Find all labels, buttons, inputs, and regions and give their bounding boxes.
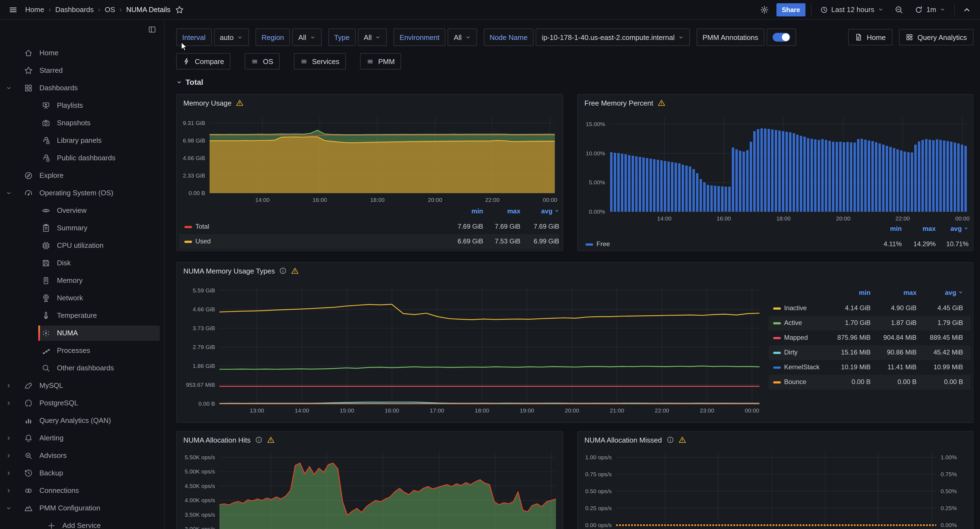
sidebar-item-connections[interactable]: Connections	[0, 482, 164, 499]
hamburger-menu-button[interactable]	[6, 3, 20, 16]
legend-header-max[interactable]: max	[897, 225, 935, 232]
panel-numa-memory-usage-types: NUMA Memory Usage Types 0.00 B953.67 MiB…	[176, 262, 974, 423]
sidebar-item-library-panels[interactable]: Library panels	[0, 132, 164, 149]
sidebar-collapse-button[interactable]	[148, 25, 156, 36]
legend-value: 4.90 GiB	[865, 304, 916, 311]
sidebar-item-pmm-configuration[interactable]: PMM Configuration	[0, 499, 164, 517]
legend-numa-memory-usage-types: minmaxavg Inactive4.14 GiB4.90 GiB4.45 G…	[177, 262, 973, 422]
sidebar-item-overview[interactable]: Overview	[0, 202, 164, 219]
refresh-picker[interactable]: 1m	[911, 5, 949, 14]
camera-icon	[41, 119, 50, 127]
legend-label-kernelstack[interactable]: KernelStack	[784, 363, 819, 371]
legend-value: 0.00 B	[911, 378, 963, 385]
nav-divider	[954, 4, 955, 15]
sidebar-item-numa[interactable]: NUMA	[0, 324, 164, 342]
legend-header-max[interactable]: max	[878, 289, 916, 297]
legend-label-bounce[interactable]: Bounce	[784, 378, 806, 385]
filter-type: TypeAll	[328, 29, 387, 46]
legend-label-dirty[interactable]: Dirty	[784, 348, 797, 356]
sidebar-item-advisors[interactable]: Advisors	[0, 447, 164, 464]
legend-header-avg[interactable]: avg	[521, 207, 559, 215]
home-button[interactable]: Home	[848, 29, 892, 45]
services-menu-button[interactable]: Services	[294, 53, 346, 70]
filter-value-dropdown[interactable]: All	[358, 29, 387, 46]
panel-title-allocation-missed[interactable]: NUMA Allocation Missed	[578, 432, 973, 448]
svg-text:0.00%: 0.00%	[940, 522, 957, 528]
sidebar-item-label: Query Analytics (QAN)	[40, 412, 111, 429]
lightning-icon	[183, 57, 191, 65]
library-icon	[41, 154, 50, 162]
filter-value-dropdown[interactable]: All	[448, 29, 477, 46]
time-range-picker[interactable]: Last 12 hours	[817, 5, 887, 14]
active-highlight	[38, 326, 160, 341]
filter-value-dropdown[interactable]: All	[292, 29, 321, 46]
sidebar-item-other-dashboards[interactable]: Other dashboards	[0, 359, 164, 377]
panel-title-allocation-hits[interactable]: NUMA Allocation Hits	[177, 432, 563, 448]
breadcrumb-item-os[interactable]: OS	[105, 5, 115, 14]
query-analytics-button[interactable]: Query Analytics	[899, 29, 974, 45]
legend-header-min[interactable]: min	[445, 207, 483, 215]
sidebar-item-memory[interactable]: Memory	[0, 272, 164, 289]
star-dashboard-button[interactable]	[173, 3, 186, 16]
section-row-total[interactable]: Total	[176, 78, 203, 86]
breadcrumb-item-numa-details[interactable]: NUMA Details	[126, 5, 170, 14]
breadcrumb-item-dashboards[interactable]: Dashboards	[55, 5, 94, 14]
compare-button[interactable]: Compare	[176, 53, 231, 70]
sidebar-item-operating-system-os[interactable]: Operating System (OS)	[0, 184, 164, 202]
sidebar-item-mysql[interactable]: MySQL	[0, 377, 164, 394]
sidebar-item-disk[interactable]: Disk	[0, 254, 164, 272]
legend-header-min[interactable]: min	[864, 225, 902, 232]
legend-label-active[interactable]: Active	[784, 319, 802, 326]
sidebar-item-label: Playlists	[57, 97, 83, 114]
os-menu-button[interactable]: OS	[245, 53, 280, 70]
sidebar-item-query-analytics-qan[interactable]: Query Analytics (QAN)	[0, 412, 164, 429]
dashboard-settings-button[interactable]	[758, 3, 771, 16]
legend-label-used[interactable]: Used	[195, 237, 211, 245]
pmm-annotations-toggle[interactable]	[767, 29, 796, 46]
svg-text:5.00K ops/s: 5.00K ops/s	[185, 468, 215, 475]
collapse-kiosk-button[interactable]	[960, 3, 974, 16]
sidebar-item-label: Memory	[57, 272, 83, 289]
legend-label-total[interactable]: Total	[195, 222, 209, 230]
sidebar-item-processes[interactable]: Processes	[0, 342, 164, 359]
sidebar-item-backup[interactable]: Backup	[0, 464, 164, 482]
legend-header-avg[interactable]: avg	[930, 225, 969, 232]
sidebar-item-label: PMM Configuration	[40, 499, 100, 517]
sidebar-item-label: PostgreSQL	[40, 394, 78, 412]
legend-header-min[interactable]: min	[832, 289, 870, 297]
sidebar-item-public-dashboards[interactable]: Public dashboards	[0, 149, 164, 167]
sidebar-item-alerting[interactable]: Alerting	[0, 429, 164, 447]
chevdown-icon	[5, 190, 12, 196]
sidebar-item-add-service[interactable]: Add Service	[0, 517, 164, 529]
sidebar-item-summary[interactable]: Summary	[0, 219, 164, 237]
connections-icon	[24, 486, 33, 495]
sidebar-item-starred[interactable]: Starred	[0, 62, 164, 79]
sidebar-item-explore[interactable]: Explore	[0, 167, 164, 184]
sidebar-item-snapshots[interactable]: Snapshots	[0, 114, 164, 132]
filter-environment: EnvironmentAll	[394, 29, 477, 46]
filter-value-dropdown[interactable]: auto	[214, 29, 249, 46]
sidebar-item-playlists[interactable]: Playlists	[0, 97, 164, 114]
sidebar-nav: HomeStarredDashboardsPlaylistsSnapshotsL…	[0, 20, 165, 529]
legend-label-mapped[interactable]: Mapped	[784, 334, 808, 341]
legend-header-avg[interactable]: avg	[925, 289, 963, 297]
svg-text:0.75 ops/s: 0.75 ops/s	[585, 471, 612, 477]
pmm-menu-button[interactable]: PMM	[360, 53, 401, 70]
home-button-label: Home	[867, 33, 886, 41]
legend-label-inactive[interactable]: Inactive	[784, 304, 807, 311]
gear-icon	[760, 5, 769, 14]
zoom-out-time-button[interactable]	[892, 3, 905, 16]
breadcrumb-item-home[interactable]: Home	[25, 5, 44, 14]
sidebar-item-home[interactable]: Home	[0, 44, 164, 62]
chevron-down-icon	[237, 34, 243, 40]
sidebar-item-temperature[interactable]: Temperature	[0, 307, 164, 324]
document-icon	[855, 33, 862, 41]
sidebar-item-postgresql[interactable]: PostgreSQL	[0, 394, 164, 412]
sidebar-item-network[interactable]: Network	[0, 289, 164, 307]
filter-value-dropdown[interactable]: ip-10-178-1-40.us-east-2.compute.interna…	[536, 29, 690, 46]
sidebar-item-dashboards[interactable]: Dashboards	[0, 79, 164, 97]
sidebar-item-cpu-utilization[interactable]: CPU utilization	[0, 237, 164, 254]
legend-label-free[interactable]: Free	[597, 240, 610, 248]
share-button[interactable]: Share	[776, 3, 806, 16]
legend-header-max[interactable]: max	[482, 207, 520, 215]
